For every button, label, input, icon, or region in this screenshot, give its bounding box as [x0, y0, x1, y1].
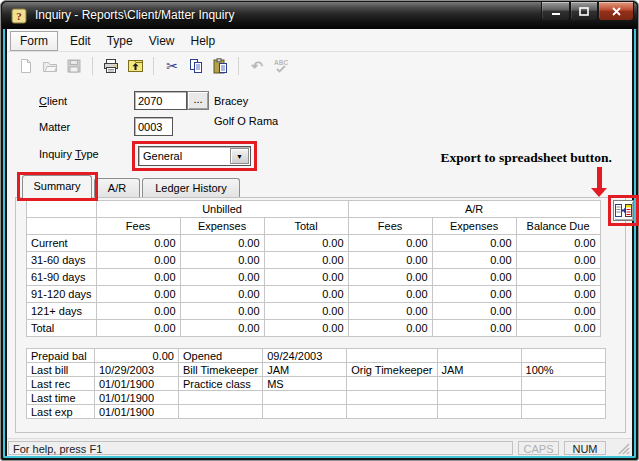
copy-icon[interactable] [185, 55, 207, 77]
title-bar[interactable]: ? Inquiry - Reports\Client/Matter Inquir… [2, 2, 637, 29]
red-arrow-head [591, 188, 607, 197]
table-cell [263, 391, 347, 405]
row-label: 91-120 days [27, 286, 97, 303]
spell-check-icon[interactable]: ABC [270, 55, 292, 77]
matter-input[interactable] [134, 117, 173, 136]
paste-icon[interactable] [209, 55, 231, 77]
table-row: 31-60 days0.000.000.000.000.000.00 [27, 252, 601, 269]
table-cell: 0.00 [432, 303, 516, 320]
menu-help[interactable]: Help [183, 32, 224, 50]
inquiry-type-value: General [139, 147, 229, 165]
table-cell: 0.00 [180, 269, 264, 286]
inquiry-type-label: Inquiry Type [39, 148, 99, 160]
table-cell: 0.00 [348, 303, 432, 320]
tab-ar[interactable]: A/R [94, 178, 140, 198]
table-row: 91-120 days0.000.000.000.000.000.00 [27, 286, 601, 303]
matter-name: Golf O Rama [214, 115, 278, 127]
table-cell: 0.00 [96, 269, 180, 286]
maximize-button[interactable] [570, 2, 598, 21]
menu-bar: Form Edit Type View Help [7, 29, 632, 52]
new-document-icon[interactable] [15, 55, 37, 77]
inquiry-type-dropdown[interactable]: General ▼ [138, 146, 251, 166]
close-button[interactable] [598, 2, 634, 21]
table-cell: 0.00 [96, 303, 180, 320]
menu-view[interactable]: View [141, 32, 183, 50]
save-icon[interactable] [63, 55, 85, 77]
row-label: Last rec [27, 377, 95, 391]
table-cell [179, 405, 263, 419]
table-cell: 0.00 [516, 252, 600, 269]
table-cell: 0.00 [516, 286, 600, 303]
row-label: Current [27, 235, 97, 252]
table-cell: Orig Timekeeper [347, 363, 437, 377]
menu-edit[interactable]: Edit [62, 32, 99, 50]
table-cell [27, 201, 97, 218]
tab-ledger-history[interactable]: Ledger History [142, 178, 240, 198]
window-frame: ? Inquiry - Reports\Client/Matter Inquir… [0, 0, 639, 461]
client-input[interactable] [134, 91, 187, 110]
row-label: 61-90 days [27, 269, 97, 286]
export-to-spreadsheet-icon [615, 203, 632, 218]
table-cell [521, 349, 605, 363]
table-cell [437, 391, 521, 405]
table-row: Last exp01/01/1900 [27, 405, 606, 419]
table-cell: 0.00 [180, 286, 264, 303]
table-cell [437, 349, 521, 363]
table-cell: 0.00 [516, 235, 600, 252]
summary-table: UnbilledA/RFeesExpensesTotalFeesExpenses… [26, 200, 601, 337]
table-cell: 09/24/2003 [263, 349, 347, 363]
cut-icon[interactable]: ✂ [161, 55, 183, 77]
client-label: Client [39, 95, 67, 107]
table-cell [521, 405, 605, 419]
column-header: Fees [96, 218, 180, 235]
client-name: Bracey [214, 95, 248, 107]
table-cell: 0.00 [516, 320, 600, 337]
table-row: Prepaid bal0.00Opened09/24/2003 [27, 349, 606, 363]
table-cell: 0.00 [180, 252, 264, 269]
table-cell: 0.00 [264, 320, 348, 337]
table-cell: 0.00 [96, 235, 180, 252]
table-row: 121+ days0.000.000.000.000.000.00 [27, 303, 601, 320]
open-icon[interactable] [39, 55, 61, 77]
table-cell: 100% [521, 363, 605, 377]
export-to-spreadsheet-button[interactable] [613, 200, 634, 221]
table-cell: 0.00 [180, 320, 264, 337]
table-cell [347, 377, 437, 391]
table-cell [347, 391, 437, 405]
table-row: Last rec01/01/1900Practice classMS [27, 377, 606, 391]
table-cell: 0.00 [516, 303, 600, 320]
table-cell: 10/29/2003 [95, 363, 179, 377]
column-header [27, 218, 97, 235]
table-row: Current0.000.000.000.000.000.00 [27, 235, 601, 252]
export-annotation-text: Export to spreadsheet button. [440, 150, 612, 166]
table-cell: 0.00 [96, 252, 180, 269]
client-browse-button[interactable]: ... [187, 91, 209, 110]
menu-type[interactable]: Type [99, 32, 141, 50]
red-arrow [597, 167, 602, 189]
table-cell: 0.00 [432, 235, 516, 252]
column-header: Expenses [432, 218, 516, 235]
table-cell: 01/01/1900 [95, 405, 179, 419]
minimize-button[interactable] [541, 2, 570, 21]
table-cell: Opened [179, 349, 263, 363]
table-cell: 0.00 [348, 269, 432, 286]
table-cell: JAM [437, 363, 521, 377]
matter-label: Matter [39, 121, 70, 133]
status-bar: For help, press F1 CAPS NUM [7, 438, 632, 457]
menu-form[interactable]: Form [10, 31, 58, 51]
tab-summary[interactable]: Summary [22, 175, 92, 198]
folder-up-icon[interactable] [124, 55, 146, 77]
print-icon[interactable] [100, 55, 122, 77]
table-cell: 0.00 [432, 269, 516, 286]
application-window: ? Inquiry - Reports\Client/Matter Inquir… [0, 0, 639, 461]
num-indicator: NUM [564, 441, 606, 455]
resize-grip-icon[interactable] [617, 442, 630, 455]
undo-icon[interactable]: ↶ [246, 55, 268, 77]
chevron-down-icon[interactable]: ▼ [230, 148, 249, 164]
table-cell [347, 405, 437, 419]
table-cell: JAM [263, 363, 347, 377]
inquiry-question-icon: ? [11, 8, 27, 24]
column-header: Balance Due [516, 218, 600, 235]
table-cell: Practice class [179, 377, 263, 391]
group-header: A/R [348, 201, 600, 218]
